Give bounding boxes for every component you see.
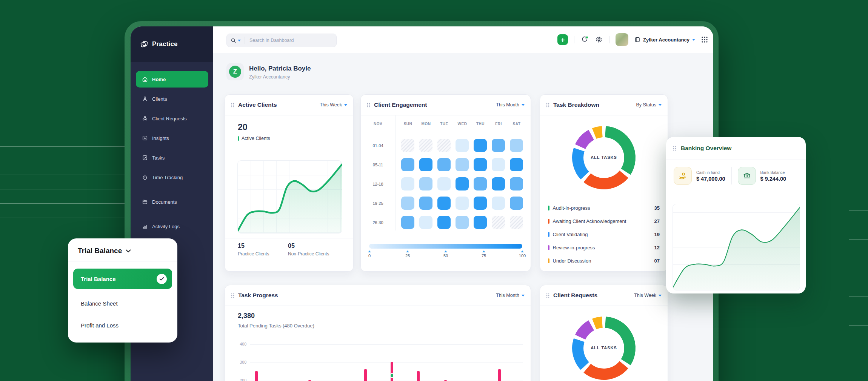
active-clients-filter[interactable]: This Week	[320, 102, 347, 108]
apps-grid-icon[interactable]	[701, 36, 708, 43]
drag-handle-icon[interactable]	[546, 103, 549, 108]
heatmap-column-divider	[395, 115, 396, 230]
heatmap-day-label: THU	[471, 122, 489, 126]
legend-tick	[548, 232, 549, 237]
bank-icon	[738, 167, 756, 185]
heatmap-cell[interactable]	[437, 139, 451, 152]
heatmap-cell[interactable]	[419, 158, 432, 171]
scale-number: 25	[400, 253, 415, 258]
bar[interactable]	[498, 369, 501, 381]
heatmap-cell[interactable]	[492, 216, 505, 229]
bar[interactable]	[391, 362, 393, 381]
popup-option-profit-and-loss[interactable]: Profit and Loss	[81, 322, 119, 329]
heatmap-cell[interactable]	[419, 139, 432, 152]
drag-handle-icon[interactable]	[546, 293, 549, 298]
org-switcher[interactable]: Zylker Accountancy	[634, 37, 695, 43]
heatmap-cell[interactable]	[401, 139, 414, 152]
search-input[interactable]: Search in Dashboard	[226, 34, 337, 47]
scale-number: 50	[438, 253, 453, 258]
heatmap-cell[interactable]	[419, 197, 432, 210]
heatmap-cell[interactable]	[510, 139, 523, 152]
heatmap-cell[interactable]	[437, 158, 451, 171]
heatmap-cell[interactable]	[456, 197, 469, 210]
heatmap-cell[interactable]	[474, 139, 487, 152]
heatmap-cell[interactable]	[474, 216, 487, 229]
legend-row: Client Validating19	[548, 230, 660, 238]
client-engagement-filter[interactable]: This Month	[496, 102, 525, 108]
non-practice-clients-stat: 05 Non-Practice Clients	[288, 243, 329, 257]
heatmap-cell[interactable]	[492, 158, 505, 171]
heatmap-cell[interactable]	[492, 197, 505, 210]
heatmap-cell[interactable]	[401, 197, 414, 210]
bar-highlight-segment	[391, 374, 393, 377]
donut-center-label: ALL TASKS	[574, 346, 634, 350]
heatmap-cell[interactable]	[510, 216, 523, 229]
quick-create-button[interactable]: +	[557, 34, 568, 45]
scale-number: 75	[476, 253, 491, 258]
heatmap-cell[interactable]	[474, 197, 487, 210]
heatmap-cell[interactable]	[456, 177, 469, 190]
search-scope-dropdown[interactable]	[227, 38, 245, 43]
active-clients-chart	[237, 160, 342, 234]
user-avatar[interactable]	[616, 33, 628, 46]
scale-tick-icon	[482, 250, 485, 252]
drag-handle-icon[interactable]	[673, 146, 676, 151]
heatmap-cell[interactable]	[419, 177, 432, 190]
heatmap-cell[interactable]	[510, 197, 523, 210]
task-progress-card: Task Progress This Month 2,380 Total Pen…	[225, 285, 531, 381]
heatmap-cell[interactable]	[401, 177, 414, 190]
heatmap-cell[interactable]	[456, 158, 469, 171]
legend-tick	[238, 136, 239, 141]
scale-tick-icon	[444, 250, 447, 252]
client-requests-filter[interactable]: This Week	[634, 293, 662, 298]
sidebar-item-insights[interactable]: Insights	[136, 130, 208, 146]
gear-icon[interactable]	[595, 35, 603, 44]
popup-option-trial-balance[interactable]: Trial Balance	[73, 269, 172, 289]
heatmap-cell[interactable]	[437, 197, 451, 210]
heatmap-cell[interactable]	[401, 216, 414, 229]
bar[interactable]	[417, 371, 420, 381]
heatmap-cell[interactable]	[510, 177, 523, 190]
drag-handle-icon[interactable]	[231, 293, 234, 298]
scale-tick-icon	[406, 250, 409, 252]
bar[interactable]	[364, 369, 367, 381]
heatmap-cell[interactable]	[492, 177, 505, 190]
popup-option-balance-sheet[interactable]: Balance Sheet	[81, 300, 118, 307]
heatmap-cell[interactable]	[437, 216, 451, 229]
heatmap-cell[interactable]	[510, 158, 523, 171]
bar[interactable]	[444, 380, 447, 381]
sidebar-item-tasks[interactable]: Tasks	[136, 149, 208, 166]
heatmap-cell[interactable]	[474, 177, 487, 190]
divider	[225, 238, 353, 238]
bank-balance-stat: Bank Balance $ 9.244.00	[760, 170, 786, 182]
task-breakdown-filter[interactable]: By Status	[636, 102, 662, 108]
drag-handle-icon[interactable]	[367, 103, 370, 108]
heatmap-cell[interactable]	[492, 139, 505, 152]
task-progress-filter[interactable]: This Month	[496, 293, 525, 298]
topbar-divider	[574, 36, 574, 43]
sidebar-item-label: Insights	[152, 135, 169, 141]
bar[interactable]	[308, 380, 311, 381]
heatmap-cell[interactable]	[456, 216, 469, 229]
popup-header[interactable]: Trial Balance	[68, 238, 177, 261]
chevron-down-icon	[126, 249, 131, 253]
refresh-icon[interactable]	[580, 35, 589, 44]
sidebar-item-client-requests[interactable]: Client Requests	[136, 110, 208, 127]
heatmap-cell[interactable]	[456, 139, 469, 152]
heatmap-cell[interactable]	[401, 158, 414, 171]
heatmap-row-label: 26-30	[361, 220, 395, 225]
bar[interactable]	[255, 371, 258, 381]
sidebar-item-activity-logs[interactable]: Activity Logs	[136, 218, 208, 235]
client-requests-header: Client Requests This Week	[540, 285, 668, 306]
sidebar-item-time-tracking[interactable]: Time Tracking	[136, 169, 208, 186]
heatmap-cell[interactable]	[437, 177, 451, 190]
card-title: Active Clients	[238, 101, 277, 108]
sidebar-item-label: Home	[152, 77, 166, 82]
heatmap-cell[interactable]	[419, 216, 432, 229]
drag-handle-icon[interactable]	[231, 103, 234, 108]
sidebar-item-home[interactable]: Home	[136, 71, 208, 88]
sidebar-item-clients[interactable]: Clients	[136, 91, 208, 107]
heatmap-cell[interactable]	[474, 158, 487, 171]
heatmap-day-label: SUN	[399, 122, 417, 126]
sidebar-item-documents[interactable]: Documents	[136, 194, 208, 210]
